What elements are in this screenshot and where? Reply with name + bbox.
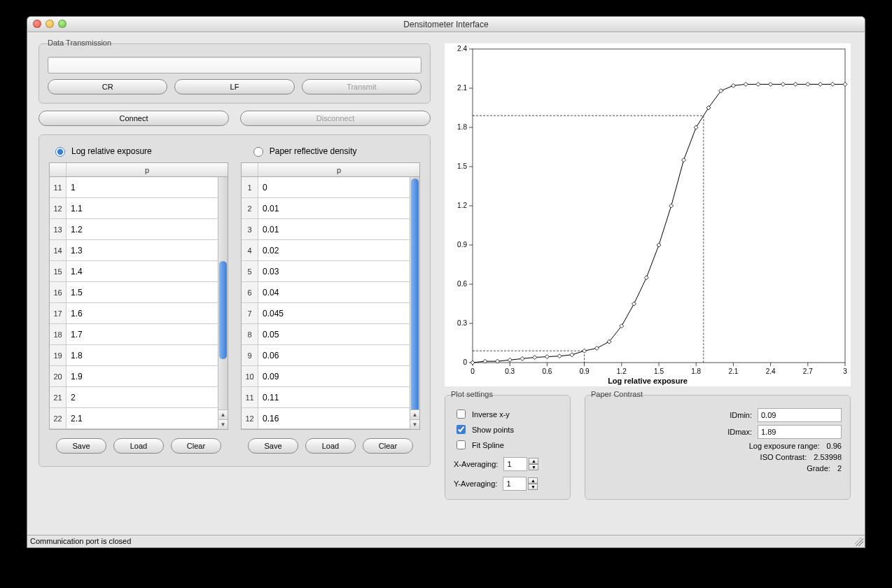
radio-log-exposure[interactable]: Log relative exposure bbox=[52, 145, 152, 157]
scroll-down-icon[interactable]: ▼ bbox=[218, 419, 228, 429]
zoom-icon[interactable] bbox=[58, 20, 67, 28]
resize-handle-icon[interactable] bbox=[855, 538, 863, 546]
table-row[interactable]: 191.8 bbox=[50, 345, 218, 366]
table-row[interactable]: 90.06 bbox=[242, 345, 410, 366]
status-bar: Communication port is closed bbox=[27, 535, 865, 547]
clear-button[interactable]: Clear bbox=[363, 438, 413, 454]
table-row[interactable]: 161.5 bbox=[50, 282, 218, 303]
svg-text:0.3: 0.3 bbox=[457, 319, 467, 327]
table-row[interactable]: 201.9 bbox=[50, 366, 218, 387]
table-row[interactable]: 70.045 bbox=[242, 303, 410, 324]
connect-button[interactable]: Connect bbox=[39, 111, 229, 126]
density-chart: 00.30.60.91.21.51.82.12.42.7300.30.60.91… bbox=[445, 43, 851, 386]
table-log-exposure[interactable]: p 111121.1131.2141.3151.4161.5171.6181.7… bbox=[49, 162, 228, 430]
table-row[interactable]: 131.2 bbox=[50, 219, 218, 240]
table-row[interactable]: 10 bbox=[242, 177, 410, 198]
x-averaging-input[interactable] bbox=[503, 457, 527, 471]
table-row[interactable]: 30.01 bbox=[242, 219, 410, 240]
svg-text:3: 3 bbox=[843, 368, 847, 375]
svg-text:1.8: 1.8 bbox=[457, 123, 467, 131]
scroll-up-icon[interactable]: ▲ bbox=[410, 410, 419, 419]
disconnect-button[interactable]: Disconnect bbox=[240, 111, 431, 126]
stepper-up-icon[interactable]: ▲ bbox=[529, 458, 538, 464]
scrollbar[interactable] bbox=[218, 177, 228, 419]
svg-text:1.8: 1.8 bbox=[691, 368, 701, 375]
radio-paper-density[interactable]: Paper reflective density bbox=[250, 145, 357, 157]
svg-text:0.3: 0.3 bbox=[505, 368, 515, 375]
clear-button[interactable]: Clear bbox=[171, 438, 221, 454]
svg-text:2.4: 2.4 bbox=[766, 368, 776, 375]
load-button[interactable]: Load bbox=[113, 438, 164, 454]
grade-value: 2 bbox=[836, 464, 842, 472]
minimize-icon[interactable] bbox=[46, 20, 54, 28]
table-row[interactable]: 222.1 bbox=[50, 408, 218, 429]
table-row[interactable]: 120.16 bbox=[242, 408, 410, 429]
svg-text:0.9: 0.9 bbox=[580, 368, 590, 375]
paper-contrast-panel: Paper Contrast IDmin: IDmax: Log exposur… bbox=[585, 395, 851, 500]
show-points-checkbox[interactable] bbox=[457, 425, 466, 434]
svg-text:2.1: 2.1 bbox=[728, 368, 738, 375]
svg-text:0: 0 bbox=[463, 358, 467, 366]
table-row[interactable]: 20.01 bbox=[242, 198, 410, 219]
svg-text:1.5: 1.5 bbox=[457, 162, 467, 170]
save-button[interactable]: Save bbox=[56, 438, 106, 454]
load-button[interactable]: Load bbox=[305, 438, 356, 454]
table-row[interactable]: 141.3 bbox=[50, 240, 218, 261]
idmin-input[interactable] bbox=[758, 408, 842, 422]
data-transmission-group: Data Transmission CR LF Transmit bbox=[39, 43, 431, 104]
table-row[interactable]: 181.7 bbox=[50, 324, 218, 345]
plot-settings-panel: Plot settings Inverse x-y Show points Fi… bbox=[445, 395, 571, 500]
svg-text:1.2: 1.2 bbox=[617, 368, 627, 375]
svg-text:2.4: 2.4 bbox=[457, 45, 467, 52]
table-row[interactable]: 110.11 bbox=[242, 387, 410, 408]
x-axis-label: Log relative exposure bbox=[445, 377, 851, 385]
fit-spline-checkbox[interactable] bbox=[457, 440, 466, 449]
stepper-down-icon[interactable]: ▼ bbox=[529, 464, 538, 470]
close-icon[interactable] bbox=[33, 20, 41, 28]
table-row[interactable]: 60.04 bbox=[242, 282, 410, 303]
table-row[interactable]: 40.02 bbox=[242, 240, 410, 261]
status-text: Communication port is closed bbox=[30, 537, 131, 545]
cr-button[interactable]: CR bbox=[48, 79, 167, 94]
svg-text:0.6: 0.6 bbox=[542, 368, 552, 375]
tables-panel: Log relative exposure Paper reflective d… bbox=[39, 134, 431, 467]
log-range-value: 0.96 bbox=[825, 442, 842, 450]
table-row[interactable]: 80.05 bbox=[242, 324, 410, 345]
table-row[interactable]: 151.4 bbox=[50, 261, 218, 282]
y-averaging-input[interactable] bbox=[503, 477, 527, 491]
svg-text:0.6: 0.6 bbox=[457, 280, 467, 288]
idmax-input[interactable] bbox=[758, 425, 842, 439]
svg-text:2.7: 2.7 bbox=[803, 368, 813, 375]
stepper-up-icon[interactable]: ▲ bbox=[528, 477, 538, 484]
group-title: Data Transmission bbox=[46, 38, 113, 47]
transmit-button[interactable]: Transmit bbox=[302, 79, 421, 94]
svg-text:2.1: 2.1 bbox=[457, 84, 467, 92]
lf-button[interactable]: LF bbox=[174, 79, 294, 94]
svg-text:1.2: 1.2 bbox=[457, 202, 467, 209]
scroll-up-icon[interactable]: ▲ bbox=[218, 410, 228, 419]
svg-rect-0 bbox=[473, 49, 845, 363]
svg-text:0.9: 0.9 bbox=[457, 241, 467, 248]
inverse-xy-checkbox[interactable] bbox=[457, 410, 466, 419]
app-window: Densitometer Interface Data Transmission… bbox=[27, 16, 865, 548]
svg-text:1.5: 1.5 bbox=[654, 368, 664, 375]
scrollbar[interactable] bbox=[410, 177, 419, 419]
titlebar: Densitometer Interface bbox=[27, 17, 865, 32]
stepper-down-icon[interactable]: ▼ bbox=[528, 484, 538, 490]
window-title: Densitometer Interface bbox=[403, 20, 488, 29]
table-row[interactable]: 50.03 bbox=[242, 261, 410, 282]
svg-text:0: 0 bbox=[471, 368, 475, 375]
iso-contrast-value: 2.53998 bbox=[812, 453, 842, 461]
table-row[interactable]: 171.6 bbox=[50, 303, 218, 324]
table-row[interactable]: 121.1 bbox=[50, 198, 218, 219]
scroll-down-icon[interactable]: ▼ bbox=[410, 419, 419, 429]
table-row[interactable]: 212 bbox=[50, 387, 218, 408]
save-button[interactable]: Save bbox=[248, 438, 298, 454]
transmission-input[interactable] bbox=[48, 57, 421, 74]
table-row[interactable]: 100.09 bbox=[242, 366, 410, 387]
table-paper-density[interactable]: p 1020.0130.0140.0250.0360.0470.04580.05… bbox=[241, 162, 420, 430]
table-row[interactable]: 111 bbox=[50, 177, 218, 198]
